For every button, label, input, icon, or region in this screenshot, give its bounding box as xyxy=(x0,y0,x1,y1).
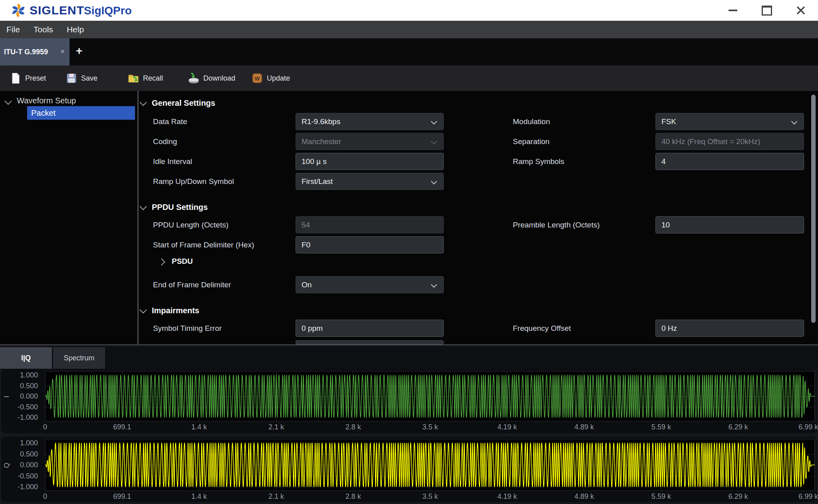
separation-label: Separation xyxy=(513,133,550,150)
close-button[interactable] xyxy=(787,0,815,21)
toolbar-label: Save xyxy=(81,74,97,83)
tab-itu-t-g9959[interactable]: ITU-T G.9959 × xyxy=(0,38,69,65)
coding-value: Manchester xyxy=(302,137,341,146)
chevron-down-icon xyxy=(6,99,11,104)
menu-tools[interactable]: Tools xyxy=(34,25,53,34)
ramp-updown-select[interactable]: First/Last xyxy=(296,173,444,190)
maximize-icon xyxy=(762,6,772,16)
tab-iq[interactable]: I|Q xyxy=(0,347,52,369)
preamble-length-field[interactable]: 10 xyxy=(655,216,804,233)
chevron-down-icon xyxy=(141,100,146,105)
toolbar-label: Update xyxy=(267,74,290,83)
ramp-updown-value: First/Last xyxy=(302,177,333,186)
eof-delimiter-value: On xyxy=(302,281,312,289)
eof-delimiter-select[interactable]: On xyxy=(296,276,444,293)
toolbar-label: Download xyxy=(203,74,235,83)
coding-select: Manchester xyxy=(296,133,444,150)
data-rate-label: Data Rate xyxy=(153,113,187,130)
chevron-down-icon xyxy=(141,307,146,312)
save-button[interactable]: Save xyxy=(66,65,97,91)
document-icon xyxy=(10,72,22,84)
panel-divider xyxy=(137,91,139,344)
separation-value: 40 kHz (Freq Offset = 20kHz) xyxy=(661,137,760,146)
preset-button[interactable]: Preset xyxy=(10,65,46,91)
tab-label: ITU-T G.9959 xyxy=(4,38,48,65)
sidebar-item-packet[interactable]: Packet xyxy=(27,106,135,120)
ppdu-length-label: PPDU Length (Octets) xyxy=(153,216,228,233)
chevron-down-icon xyxy=(431,119,437,125)
idle-interval-value: 100 µ s xyxy=(302,157,327,166)
modulation-label: Modulation xyxy=(513,113,550,130)
preamble-length-value: 10 xyxy=(661,221,670,229)
toolbar: Preset Save Recall Download xyxy=(0,65,818,91)
tabbar: ITU-T G.9959 × + xyxy=(0,38,818,65)
idle-interval-label: Idle Interval xyxy=(153,153,192,170)
chevron-down-icon xyxy=(141,204,146,209)
ramp-symbols-field[interactable]: 4 xyxy=(655,153,804,170)
symbol-timing-error-value: 0 ppm xyxy=(302,324,323,332)
sfd-field[interactable]: F0 xyxy=(296,236,444,253)
modulation-select[interactable]: FSK xyxy=(655,113,804,130)
minimize-button[interactable] xyxy=(719,0,747,21)
app-title: SigIQPro xyxy=(84,4,132,17)
q-waveform-chart: Q 1.0000.5000.000-0.500-1.000 0699.11.4 … xyxy=(1,437,817,502)
update-box-icon: W xyxy=(251,72,263,84)
update-button[interactable]: W Update xyxy=(251,65,290,91)
i-x-axis-ticks: 0699.11.4 k2.1 k2.8 k3.5 k4.19 k4.89 k5.… xyxy=(45,422,815,432)
idle-interval-field[interactable]: 100 µ s xyxy=(296,153,444,170)
modulation-value: FSK xyxy=(661,117,676,126)
symbol-timing-error-label: Symbol Timing Error xyxy=(153,320,222,337)
waveform-preview-panel: I|Q Spectrum I 1.0000.5000.000-0.500-1.0… xyxy=(0,344,818,504)
folder-recall-icon xyxy=(127,72,139,84)
chevron-down-icon xyxy=(431,282,437,288)
menu-help[interactable]: Help xyxy=(67,25,84,34)
separation-field: 40 kHz (Freq Offset = 20kHz) xyxy=(655,133,804,150)
ppdu-length-value: 54 xyxy=(302,221,310,229)
chevron-down-icon xyxy=(431,138,437,145)
recall-button[interactable]: Recall xyxy=(127,65,163,91)
preamble-length-label: Preamble Length (Octets) xyxy=(513,216,600,233)
section-general-settings[interactable]: General Settings xyxy=(152,97,215,109)
close-icon xyxy=(796,6,805,15)
toolbar-label: Recall xyxy=(143,74,163,83)
sfd-label: Start of Frame Delimiter (Hex) xyxy=(153,236,254,253)
i-waveform-chart: I 1.0000.5000.000-0.500-1.000 0699.11.4 … xyxy=(1,370,817,433)
frequency-offset-label: Frequency Offset xyxy=(513,320,571,337)
minimize-icon xyxy=(729,10,737,11)
drive-download-icon xyxy=(188,72,200,84)
tab-spectrum[interactable]: Spectrum xyxy=(53,347,105,369)
scrollbar-thumb[interactable] xyxy=(811,95,816,323)
coding-label: Coding xyxy=(153,133,177,150)
sfd-value: F0 xyxy=(302,241,310,249)
tab-close-icon[interactable]: × xyxy=(60,38,65,65)
q-x-axis-ticks: 0699.11.4 k2.1 k2.8 k3.5 k4.19 k4.89 k5.… xyxy=(45,492,815,501)
section-impairments[interactable]: Impairments xyxy=(152,305,199,316)
section-ppdu-settings[interactable]: PPDU Settings xyxy=(152,202,208,213)
data-rate-value: R1-9.6kbps xyxy=(302,117,340,126)
chart-tabs-strip xyxy=(0,346,818,370)
eof-delimiter-label: End of Frame Delimiter xyxy=(153,276,231,293)
titlebar: SIGLENT SigIQPro xyxy=(0,0,818,21)
clipped-next-field xyxy=(296,340,444,344)
frequency-offset-field[interactable]: 0 Hz xyxy=(655,320,804,337)
download-button[interactable]: Download xyxy=(188,65,235,91)
new-tab-button[interactable]: + xyxy=(76,38,82,64)
siglent-logo-icon xyxy=(10,2,26,18)
symbol-timing-error-field[interactable]: 0 ppm xyxy=(296,320,444,337)
data-rate-select[interactable]: R1-9.6kbps xyxy=(296,113,444,130)
menubar: File Tools Help xyxy=(0,21,818,38)
i-waveform-canvas xyxy=(45,371,815,421)
brand-siglent: SIGLENT xyxy=(30,4,84,17)
svg-text:W: W xyxy=(254,75,260,82)
ramp-updown-label: Ramp Up/Down Symbol xyxy=(153,173,234,190)
chevron-down-icon xyxy=(431,178,437,185)
chevron-down-icon xyxy=(791,119,798,125)
psdu-expander[interactable]: PSDU xyxy=(172,256,193,267)
chevron-right-icon xyxy=(159,259,164,265)
q-y-axis-ticks: 1.0000.5000.000-0.500-1.000 xyxy=(1,439,41,491)
maximize-button[interactable] xyxy=(753,0,781,21)
menu-file[interactable]: File xyxy=(6,25,20,34)
i-y-axis-ticks: 1.0000.5000.000-0.500-1.000 xyxy=(1,371,41,421)
q-waveform-canvas xyxy=(45,439,815,491)
sidebar-item-waveform-setup[interactable]: Waveform Setup xyxy=(17,95,76,106)
